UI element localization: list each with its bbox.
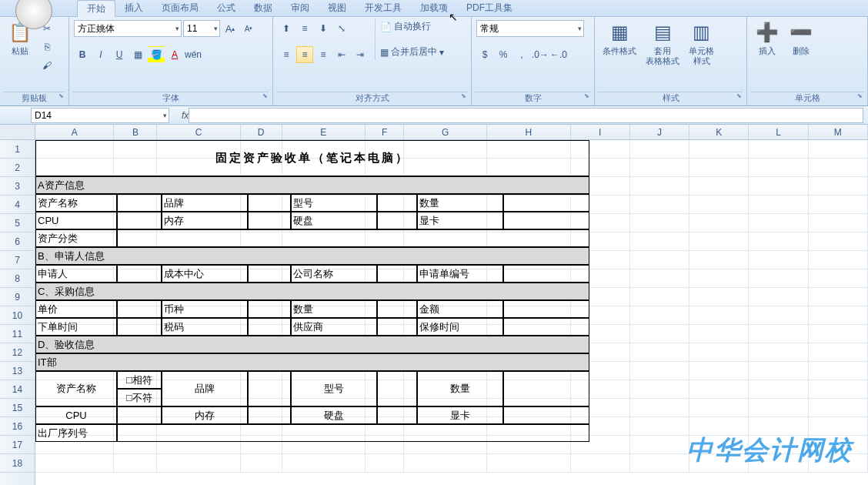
row-header-15[interactable]: 15 bbox=[0, 399, 35, 417]
underline-button[interactable]: U bbox=[111, 46, 128, 63]
cell-C18[interactable] bbox=[157, 454, 240, 473]
cell-J14[interactable] bbox=[630, 380, 689, 399]
row-header-1[interactable]: 1 bbox=[0, 140, 35, 159]
tab-view[interactable]: 视图 bbox=[319, 0, 356, 16]
row-header-17[interactable]: 17 bbox=[0, 436, 35, 454]
cell-r8-4[interactable]: 公司名称 bbox=[291, 265, 377, 283]
tab-insert[interactable]: 插入 bbox=[115, 0, 152, 16]
fill-color-button[interactable]: 🪣 bbox=[148, 46, 165, 63]
gpu-value[interactable] bbox=[503, 406, 589, 424]
cell-M8[interactable] bbox=[809, 269, 868, 288]
cell-r4-2[interactable]: 品牌 bbox=[162, 194, 248, 212]
cell-r10-2[interactable]: 币种 bbox=[162, 300, 248, 318]
row-header-16[interactable]: 16 bbox=[0, 417, 35, 436]
nomatch-checkbox[interactable]: □不符 bbox=[117, 389, 162, 406]
row-header-7[interactable]: 7 bbox=[0, 251, 35, 269]
align-bottom-button[interactable]: ⬇ bbox=[315, 20, 332, 37]
cell-r5-5[interactable] bbox=[377, 212, 417, 229]
cell-r11-3[interactable] bbox=[248, 318, 291, 336]
row-header-3[interactable]: 3 bbox=[0, 177, 35, 196]
tab-home[interactable]: 开始 bbox=[77, 0, 115, 17]
col-header-H[interactable]: H bbox=[487, 125, 570, 139]
copy-button[interactable]: ⎘ bbox=[38, 38, 55, 55]
row-header-10[interactable]: 10 bbox=[0, 306, 35, 325]
cell-M6[interactable] bbox=[809, 232, 868, 251]
cell-A18[interactable] bbox=[35, 454, 114, 473]
disk-label[interactable]: 硬盘 bbox=[291, 406, 377, 424]
row-header-12[interactable]: 12 bbox=[0, 343, 35, 362]
cell-M10[interactable] bbox=[809, 306, 868, 325]
cell-L10[interactable] bbox=[749, 306, 808, 325]
cell-r10-6[interactable]: 金额 bbox=[417, 300, 503, 318]
cell-r10-1[interactable] bbox=[117, 300, 162, 318]
tab-layout[interactable]: 页面布局 bbox=[152, 0, 208, 16]
number-format-combo[interactable]: 常规 bbox=[476, 20, 584, 37]
cell-K5[interactable] bbox=[689, 214, 749, 232]
cell-r8-3[interactable] bbox=[248, 265, 291, 283]
mem-value[interactable] bbox=[248, 406, 291, 424]
cell-r8-0[interactable]: 申请人 bbox=[35, 265, 117, 283]
tab-data[interactable]: 数据 bbox=[245, 0, 282, 16]
cell-L8[interactable] bbox=[749, 269, 808, 288]
cell-r4-1[interactable] bbox=[117, 194, 162, 212]
cell-style-button[interactable]: ▥ 单元格 样式 bbox=[684, 18, 719, 68]
delete-cells-button[interactable]: ➖ 删除 bbox=[784, 18, 818, 58]
row-header-18[interactable]: 18 bbox=[0, 454, 35, 473]
cell-M14[interactable] bbox=[809, 380, 868, 399]
cell-r8-2[interactable]: 成本中心 bbox=[162, 265, 248, 283]
comma-button[interactable]: , bbox=[513, 46, 530, 63]
cell-r8-6[interactable]: 申请单编号 bbox=[417, 265, 503, 283]
conditional-format-button[interactable]: ▦ 条件格式 bbox=[598, 18, 641, 58]
cell-J9[interactable] bbox=[630, 288, 689, 306]
cell-J11[interactable] bbox=[630, 325, 689, 343]
tab-review[interactable]: 审阅 bbox=[282, 0, 319, 16]
cell-r10-0[interactable]: 单价 bbox=[35, 300, 117, 318]
row-header-8[interactable]: 8 bbox=[0, 269, 35, 288]
col-header-J[interactable]: J bbox=[630, 125, 689, 139]
cell-r11-7[interactable] bbox=[503, 318, 589, 336]
gpu-label[interactable]: 显卡 bbox=[417, 406, 503, 424]
row-header-4[interactable]: 4 bbox=[0, 196, 35, 214]
cell-K4[interactable] bbox=[689, 196, 749, 214]
cell-L1[interactable] bbox=[749, 140, 808, 159]
cell-L9[interactable] bbox=[749, 288, 808, 306]
align-middle-button[interactable]: ≡ bbox=[296, 20, 313, 37]
font-name-combo[interactable]: 方正姚体 bbox=[74, 20, 182, 37]
cell-r5-4[interactable]: 硬盘 bbox=[291, 212, 377, 229]
italic-button[interactable]: I bbox=[92, 46, 109, 63]
cell-J5[interactable] bbox=[630, 214, 689, 232]
tab-addins[interactable]: 加载项 bbox=[411, 0, 457, 16]
cell-J12[interactable] bbox=[630, 343, 689, 362]
percent-button[interactable]: % bbox=[495, 46, 512, 63]
disk-value[interactable] bbox=[377, 406, 417, 424]
indent-increase-button[interactable]: ⇥ bbox=[352, 46, 369, 63]
col-header-F[interactable]: F bbox=[366, 125, 404, 139]
cell-r5-2[interactable]: 内存 bbox=[162, 212, 248, 229]
cell-r5-6[interactable]: 显卡 bbox=[417, 212, 503, 229]
row-header-11[interactable]: 11 bbox=[0, 325, 35, 343]
table-style-button[interactable]: ▤ 套用 表格格式 bbox=[641, 18, 684, 68]
cell-J13[interactable] bbox=[630, 362, 689, 380]
cell-J3[interactable] bbox=[630, 177, 689, 196]
cell-K14[interactable] bbox=[689, 380, 749, 399]
cell-r10-4[interactable]: 数量 bbox=[291, 300, 377, 318]
shrink-font-button[interactable]: A▾ bbox=[240, 20, 257, 37]
grow-font-button[interactable]: A▴ bbox=[222, 20, 239, 37]
fx-button[interactable]: fx bbox=[182, 110, 189, 121]
model-value[interactable] bbox=[377, 371, 417, 406]
cell-M5[interactable] bbox=[809, 214, 868, 232]
cell-r4-3[interactable] bbox=[248, 194, 291, 212]
align-right-button[interactable]: ≡ bbox=[315, 46, 332, 63]
cell-J4[interactable] bbox=[630, 196, 689, 214]
cell-M7[interactable] bbox=[809, 251, 868, 269]
cell-r10-3[interactable] bbox=[248, 300, 291, 318]
wrap-text-button[interactable]: 📄 自动换行 bbox=[380, 20, 444, 33]
cell-K11[interactable] bbox=[689, 325, 749, 343]
cell-K13[interactable] bbox=[689, 362, 749, 380]
match-checkbox[interactable]: □相符 bbox=[117, 371, 162, 389]
cell-K8[interactable] bbox=[689, 269, 749, 288]
select-all-corner[interactable] bbox=[0, 125, 35, 140]
increase-decimal-button[interactable]: .0→ bbox=[532, 46, 549, 63]
row-header-5[interactable]: 5 bbox=[0, 214, 35, 232]
serial-value[interactable] bbox=[117, 424, 589, 442]
